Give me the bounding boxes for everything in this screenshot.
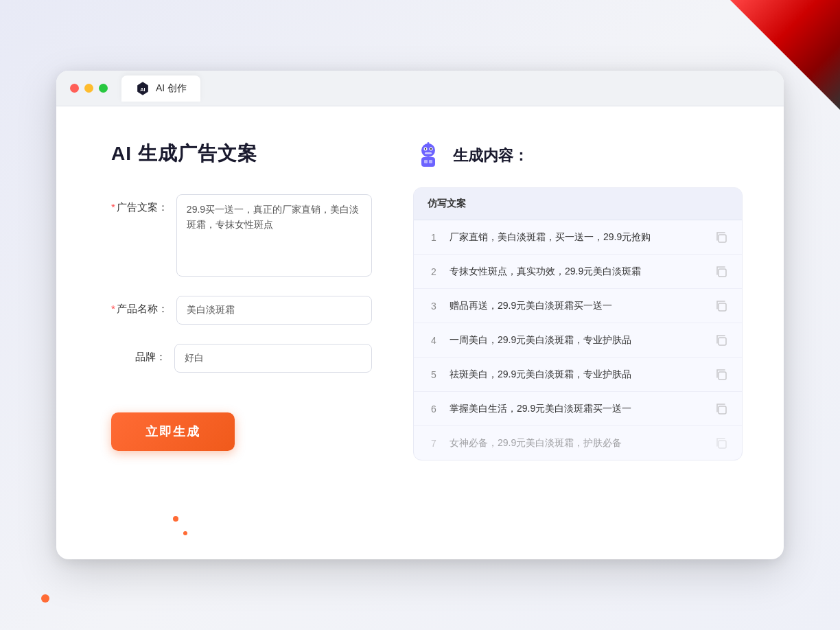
row-text-6: 掌握美白生活，29.9元美白淡斑霜买一送一 xyxy=(450,401,705,416)
product-name-group: *产品名称： xyxy=(111,296,372,325)
tab-label: AI 创作 xyxy=(156,82,187,95)
browser-window: AI AI 创作 AI 生成广告文案 *广告文案： *产品名称： xyxy=(56,71,784,559)
title-bar: AI AI 创作 xyxy=(56,71,784,106)
ad-copy-required: * xyxy=(111,201,115,213)
row-text-4: 一周美白，29.9元美白淡斑霜，专业护肤品 xyxy=(450,333,705,347)
brand-label: 品牌： xyxy=(111,344,166,364)
product-name-required: * xyxy=(111,303,115,314)
svg-rect-15 xyxy=(719,303,726,311)
row-text-5: 祛斑美白，29.9元美白淡斑霜，专业护肤品 xyxy=(450,367,705,382)
svg-point-12 xyxy=(428,142,430,144)
minimize-button[interactable] xyxy=(84,84,93,93)
ai-tab-icon: AI xyxy=(135,81,150,96)
row-number-5: 5 xyxy=(428,369,440,380)
svg-rect-17 xyxy=(719,372,726,380)
left-panel: AI 生成广告文案 *广告文案： *产品名称： 品牌： 立 xyxy=(111,141,372,525)
table-row: 3 赠品再送，29.9元美白淡斑霜买一送一 xyxy=(414,289,742,323)
row-text-2: 专抹女性斑点，真实功效，29.9元美白淡斑霜 xyxy=(450,264,705,279)
brand-group: 品牌： xyxy=(111,344,372,373)
svg-rect-8 xyxy=(421,157,435,167)
result-title: 生成内容： xyxy=(453,145,528,166)
svg-rect-7 xyxy=(425,152,432,154)
copy-icon-1[interactable] xyxy=(714,231,728,244)
traffic-lights xyxy=(70,84,108,93)
svg-rect-16 xyxy=(719,338,726,345)
ad-copy-group: *广告文案： xyxy=(111,194,372,277)
svg-point-6 xyxy=(430,148,432,150)
row-number-2: 2 xyxy=(428,266,440,277)
close-button[interactable] xyxy=(70,84,79,93)
copy-icon-3[interactable] xyxy=(714,299,728,313)
table-row: 6 掌握美白生活，29.9元美白淡斑霜买一送一 xyxy=(414,392,742,426)
row-number-3: 3 xyxy=(428,301,440,312)
svg-point-5 xyxy=(425,148,426,150)
copy-icon-2[interactable] xyxy=(714,265,728,279)
table-row: 5 祛斑美白，29.9元美白淡斑霜，专业护肤品 xyxy=(414,358,742,392)
row-text-7: 女神必备，29.9元美白淡斑霜，护肤必备 xyxy=(450,436,705,450)
row-text-1: 厂家直销，美白淡斑霜，买一送一，29.9元抢购 xyxy=(450,230,705,244)
copy-icon-7[interactable] xyxy=(714,436,728,450)
copy-icon-5[interactable] xyxy=(714,368,728,382)
copy-icon-4[interactable] xyxy=(714,334,728,347)
decorative-dot-2 xyxy=(183,531,187,535)
right-panel: 生成内容： 仿写文案 1 厂家直销，美白淡斑霜，买一送一，29.9元抢购 2 xyxy=(413,141,743,525)
brand-input[interactable] xyxy=(174,344,372,373)
svg-rect-18 xyxy=(719,406,726,414)
result-header: 生成内容： xyxy=(413,141,743,171)
table-row: 4 一周美白，29.9元美白淡斑霜，专业护肤品 xyxy=(414,323,742,358)
maximize-button[interactable] xyxy=(99,84,108,93)
table-row: 2 专抹女性斑点，真实功效，29.9元美白淡斑霜 xyxy=(414,255,742,289)
row-number-7: 7 xyxy=(428,438,440,449)
product-name-label: *产品名称： xyxy=(111,296,168,316)
row-number-1: 1 xyxy=(428,232,440,243)
main-content: AI 生成广告文案 *广告文案： *产品名称： 品牌： 立 xyxy=(56,106,784,559)
robot-icon xyxy=(413,141,443,171)
decorative-dot-1 xyxy=(173,516,178,522)
table-row: 1 厂家直销，美白淡斑霜，买一送一，29.9元抢购 xyxy=(414,220,742,255)
product-name-input[interactable] xyxy=(176,296,372,325)
ad-copy-label: *广告文案： xyxy=(111,194,168,214)
svg-rect-10 xyxy=(429,160,432,163)
row-number-4: 4 xyxy=(428,335,440,346)
svg-rect-9 xyxy=(424,160,428,163)
svg-text:AI: AI xyxy=(140,86,145,92)
ai-tab[interactable]: AI AI 创作 xyxy=(121,75,200,102)
table-row: 7 女神必备，29.9元美白淡斑霜，护肤必备 xyxy=(414,426,742,460)
page-title: AI 生成广告文案 xyxy=(111,141,372,167)
row-number-6: 6 xyxy=(428,404,440,415)
svg-rect-19 xyxy=(719,441,726,448)
svg-rect-14 xyxy=(719,269,726,277)
table-header: 仿写文案 xyxy=(414,188,742,220)
result-table: 仿写文案 1 厂家直销，美白淡斑霜，买一送一，29.9元抢购 2 专抹女性斑点，… xyxy=(413,187,743,460)
generate-button[interactable]: 立即生成 xyxy=(111,412,235,451)
ad-copy-input[interactable] xyxy=(176,194,372,277)
row-text-3: 赠品再送，29.9元美白淡斑霜买一送一 xyxy=(450,299,705,313)
svg-rect-13 xyxy=(719,235,726,242)
copy-icon-6[interactable] xyxy=(714,402,728,416)
